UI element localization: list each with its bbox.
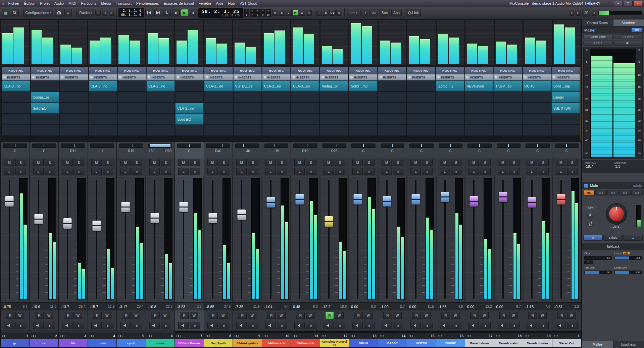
monitor-mix-button[interactable]: Mix — [583, 190, 595, 195]
routing-slot[interactable]: ROUTING — [262, 67, 291, 74]
pan-control[interactable]: R25 — [320, 142, 349, 158]
listen-button[interactable]: L — [33, 168, 44, 175]
dbfs-button[interactable]: -18 dBFS — [613, 34, 643, 39]
mute-button[interactable]: M — [410, 159, 421, 166]
record-button[interactable]: ● — [190, 9, 197, 16]
routing-slot[interactable]: ROUTING — [493, 67, 522, 74]
dim-button[interactable]: Dim — [585, 205, 596, 210]
fader-cap[interactable] — [266, 197, 275, 208]
read-automation-button[interactable]: R — [180, 312, 189, 319]
inserts-header[interactable]: INSERTS — [31, 74, 59, 80]
control-room-level-knob[interactable] — [606, 203, 627, 225]
insert-slot-empty[interactable] — [378, 92, 406, 103]
inserts-header[interactable]: INSERTS — [291, 74, 319, 80]
pan-track[interactable] — [61, 143, 85, 148]
edit-channel-button[interactable]: e — [509, 168, 519, 175]
write-automation-button[interactable]: W — [335, 312, 344, 319]
insert-slot-empty[interactable] — [204, 103, 233, 114]
insert-slot-plugin[interactable]: iZotop... 2 — [436, 80, 464, 92]
monitor-speaker-button[interactable] — [178, 322, 189, 329]
fader-track-area[interactable] — [265, 178, 277, 300]
close-button[interactable]: × — [633, 1, 642, 6]
insert-slot-empty[interactable] — [59, 103, 88, 114]
solo-button[interactable]: S — [393, 159, 403, 166]
listen-button[interactable]: L — [556, 168, 566, 175]
routing-slot[interactable]: ROUTING — [349, 67, 377, 74]
pan-track[interactable] — [467, 143, 492, 148]
channel-name[interactable]: Komplete Kontrol 01 — [320, 339, 349, 347]
fader-cap[interactable] — [412, 194, 420, 205]
listen-button[interactable]: L — [527, 168, 537, 175]
edit-channel-button[interactable]: e — [15, 168, 26, 175]
fader-cap[interactable] — [238, 210, 246, 220]
insert-slot-empty[interactable] — [233, 125, 262, 136]
insert-slot-empty[interactable] — [233, 114, 262, 125]
listen-button[interactable]: L — [324, 168, 334, 175]
meter-filter-button[interactable] — [613, 41, 643, 46]
reference-level-button[interactable] — [587, 212, 594, 219]
listen-button[interactable]: L — [382, 168, 392, 175]
edit-channel-button[interactable]: e — [161, 168, 171, 175]
insert-slot-empty[interactable] — [378, 80, 406, 92]
mute-button[interactable]: M — [265, 159, 276, 166]
read-automation-button[interactable]: R — [557, 312, 566, 319]
left-locator[interactable]: 2. 1. 1. 0 — [121, 9, 141, 13]
marker-button-10[interactable]: 10 — [266, 13, 271, 17]
channel-name[interactable]: Stereo Out — [552, 339, 581, 347]
mute-button[interactable]: M — [33, 159, 44, 166]
insert-slot-empty[interactable] — [2, 103, 30, 114]
solo-button[interactable]: S — [248, 159, 258, 166]
fader-track-area[interactable] — [4, 178, 15, 300]
insert-slot-empty[interactable] — [146, 125, 175, 136]
listen-button[interactable]: L — [4, 168, 14, 175]
monitor-speaker-button[interactable] — [265, 322, 276, 329]
marker-button-4[interactable]: 4 — [260, 9, 265, 13]
menu-vst-cloud[interactable]: VST Cloud — [237, 1, 260, 5]
pan-control[interactable]: C — [1, 142, 30, 158]
fader-track-area[interactable] — [178, 178, 189, 300]
record-enable-button[interactable]: ● — [393, 322, 403, 329]
pan-control[interactable]: C — [30, 142, 59, 158]
solo-button[interactable]: S — [335, 159, 345, 166]
routing-slot[interactable]: ROUTING — [291, 67, 319, 74]
insert-slot-empty[interactable] — [233, 92, 262, 103]
fader-track-area[interactable] — [62, 178, 73, 300]
mute-button[interactable]: M — [149, 159, 160, 166]
aes17-button[interactable]: AES17 — [583, 41, 613, 46]
solo-button[interactable]: S — [509, 159, 519, 166]
monitor-speaker-button[interactable] — [324, 322, 334, 329]
insert-slot-empty[interactable] — [464, 103, 493, 114]
tab-control-room[interactable]: Control Room — [582, 19, 613, 26]
listen-button[interactable]: L — [62, 168, 72, 175]
vertical-zoom-button[interactable]: ↕ — [592, 10, 597, 16]
record-enable-button[interactable]: ● — [73, 322, 84, 329]
fader-cap[interactable] — [34, 214, 43, 224]
edit-channel-button[interactable]: e — [393, 168, 403, 175]
menu-espaces-de-travail[interactable]: Espaces de travail — [161, 1, 196, 5]
solo-button[interactable]: S — [219, 159, 229, 166]
write-automation-button[interactable]: W — [393, 312, 402, 319]
insert-slot-empty[interactable] — [523, 114, 551, 125]
pan-track[interactable] — [497, 143, 521, 148]
link-mode-dropdown[interactable]: Lier▾ — [347, 9, 359, 16]
insert-slot-empty[interactable] — [59, 114, 88, 125]
menu-fenêtre[interactable]: Fenêtre — [196, 1, 214, 5]
listen-dim-slider[interactable]: -132 — [614, 271, 642, 274]
monitor-speaker-button[interactable] — [33, 322, 44, 329]
pan-track[interactable] — [264, 143, 289, 148]
inserts-header[interactable]: INSERTS — [464, 74, 493, 80]
write-automation-button[interactable]: W — [364, 312, 373, 319]
record-enable-button[interactable]: ● — [103, 322, 113, 329]
horizontal-scrollbar[interactable] — [0, 331, 582, 333]
mute-button[interactable]: M — [382, 159, 392, 166]
monitor-speaker-button[interactable] — [236, 322, 247, 329]
routing-slot[interactable]: ROUTING — [523, 67, 551, 74]
channel-name[interactable]: cymb — [117, 339, 146, 347]
mute-button[interactable]: M — [294, 159, 305, 166]
insert-slot-empty[interactable] — [89, 114, 117, 125]
record-enable-button[interactable]: ● — [190, 322, 200, 329]
fader-track-area[interactable] — [555, 178, 567, 300]
menu-midi[interactable]: MIDI — [66, 1, 79, 5]
marker-button-5[interactable]: 5 — [266, 9, 271, 13]
insert-slot-plugin[interactable]: CLA-2...no — [146, 80, 175, 92]
